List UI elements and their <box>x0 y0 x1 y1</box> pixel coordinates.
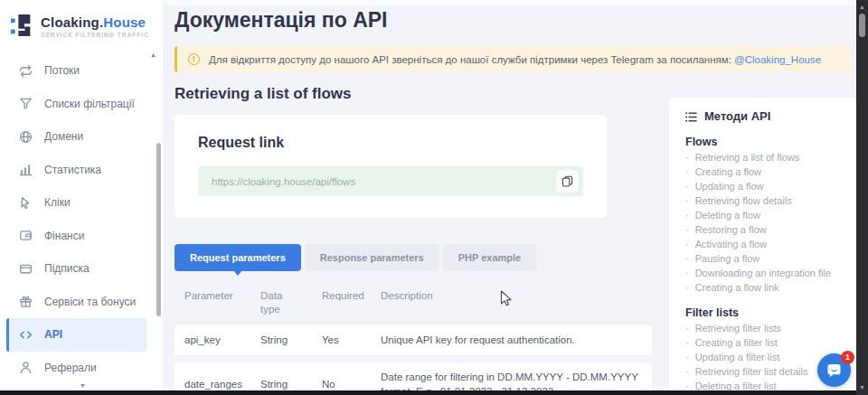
info-icon: ! <box>188 53 200 65</box>
domains-icon <box>19 130 33 144</box>
methods-link[interactable]: ·Activating a flow <box>685 237 847 251</box>
methods-link[interactable]: ·Retrieving a list of flows <box>685 150 847 165</box>
browser-scrollbar[interactable]: ▲ ▼ <box>856 0 868 395</box>
bullet: · <box>685 350 689 364</box>
sidebar-item-services[interactable]: Сервіси та бонуси <box>0 286 163 319</box>
methods-list: Flows·Retrieving a list of flows·Creatin… <box>685 135 847 395</box>
parameters-table: ParameterData typeRequiredDescription ap… <box>175 281 652 395</box>
sidebar-item-flows[interactable]: Потоки <box>0 54 163 88</box>
scrollbar-thumb[interactable] <box>859 14 865 37</box>
flows-icon <box>19 64 33 78</box>
clicks-icon <box>19 196 33 210</box>
brand-logo[interactable]: Cloaking.House SERVICE FILTERING TRAFFIC <box>0 0 163 39</box>
sidebar-item-label: Домени <box>44 130 83 143</box>
copy-url-button[interactable] <box>556 170 579 193</box>
methods-link[interactable]: ·Creating a filter list <box>685 335 847 350</box>
methods-link[interactable]: ·Downloading an integration file <box>685 266 847 280</box>
sidebar-item-filter-lists[interactable]: Списки фільтрації <box>0 88 163 121</box>
bullet: · <box>685 335 689 350</box>
cloaking-house-logo-icon <box>11 12 34 39</box>
main-content: Документація по API ! Для відкриття дост… <box>163 0 856 395</box>
bullet: · <box>685 165 689 179</box>
sidebar-item-label: Кліки <box>44 196 71 209</box>
methods-link[interactable]: ·Restoring a flow <box>685 222 847 237</box>
sidebar-item-label: API <box>44 328 62 341</box>
methods-link[interactable]: ·Updating a flow <box>685 179 847 193</box>
methods-link[interactable]: ·Creating a flow link <box>685 280 847 295</box>
column-header: Description <box>381 289 652 316</box>
table-cell: api_key <box>184 334 260 348</box>
sidebar-item-label: Сервіси та бонуси <box>44 296 136 308</box>
sidebar-item-referrals[interactable]: Реферали <box>0 352 163 385</box>
chat-widget-button[interactable]: 1 <box>817 353 851 387</box>
request-link-title: Request link <box>198 135 583 151</box>
request-link-card: Request link https://cloaking.house/api/… <box>175 115 607 218</box>
sidebar-item-label: Списки фільтрації <box>44 98 135 110</box>
sidebar-scroll-up-icon[interactable]: ▲ <box>150 52 156 58</box>
app-window: Cloaking.House SERVICE FILTERING TRAFFIC… <box>0 0 868 395</box>
bullet: · <box>685 321 689 335</box>
brand-tagline: SERVICE FILTERING TRAFFIC <box>41 32 149 38</box>
bullet: · <box>685 280 689 295</box>
chat-notification-badge: 1 <box>841 351 854 364</box>
sidebar-item-domains[interactable]: Домени <box>0 120 163 154</box>
sidebar: Cloaking.House SERVICE FILTERING TRAFFIC… <box>0 0 163 395</box>
column-header: Data type <box>260 289 293 316</box>
api-methods-panel: Методи API Flows·Retrieving a list of fl… <box>669 98 856 395</box>
sidebar-scroll-down-icon[interactable]: ▼ <box>80 382 86 389</box>
sidebar-item-label: Підписка <box>44 262 90 275</box>
notice-text: Для відкриття доступу до нашого API звер… <box>209 54 821 65</box>
request-url: https://cloaking.house/api/flows <box>212 176 556 187</box>
bullet: · <box>685 222 689 237</box>
methods-link[interactable]: ·Pausing a flow <box>685 251 847 266</box>
bullet: · <box>685 150 689 165</box>
methods-link[interactable]: ·Creating a flow <box>685 165 847 179</box>
scrollbar-up-icon[interactable]: ▲ <box>856 4 868 10</box>
table-row: api_keyStringYesUnique API key for reque… <box>175 325 652 356</box>
methods-link[interactable]: ·Deleting a flow <box>685 208 847 222</box>
bullet: · <box>685 266 689 280</box>
notice-banner: ! Для відкриття доступу до нашого API зв… <box>175 46 851 72</box>
methods-panel-title: Методи API <box>685 109 847 124</box>
bullet: · <box>685 208 689 222</box>
telegram-link[interactable]: @Cloaking_House <box>734 54 821 65</box>
page-title: Документація по API <box>163 0 856 33</box>
sidebar-item-label: Потоки <box>44 64 80 77</box>
chat-bubble-icon <box>825 361 844 380</box>
table-cell: Unique API key for request authenticatio… <box>381 334 641 348</box>
sidebar-item-subscription[interactable]: Підписка <box>0 252 163 286</box>
sidebar-item-label: Фінанси <box>44 230 84 242</box>
bullet: · <box>685 237 689 251</box>
table-body: api_keyStringYesUnique API key for reque… <box>175 325 652 395</box>
brand-name: Cloaking.House <box>41 14 149 30</box>
sidebar-item-label: Реферали <box>44 362 97 374</box>
sidebar-nav: ПотокиСписки фільтраціїДомениСтатистикаК… <box>0 54 163 384</box>
methods-link[interactable]: ·Retrieving flow details <box>685 193 847 208</box>
finance-icon <box>19 229 33 242</box>
sidebar-scrollbar-thumb[interactable] <box>156 143 161 316</box>
scrollbar-down-icon[interactable]: ▼ <box>856 384 868 390</box>
column-header: Required <box>322 289 381 316</box>
copy-icon <box>561 175 573 187</box>
services-icon <box>19 295 33 308</box>
referrals-icon <box>19 361 33 374</box>
sidebar-item-statistics[interactable]: Статистика <box>0 154 163 187</box>
sidebar-item-label: Статистика <box>44 164 101 176</box>
bullet: · <box>685 364 689 379</box>
tab-0[interactable]: Request parameters <box>175 244 301 271</box>
methods-section-heading: Filter lists <box>685 306 847 321</box>
bullet: · <box>685 251 689 266</box>
filter-icon <box>19 97 33 110</box>
tab-1[interactable]: Response parameters <box>305 244 439 271</box>
tab-2[interactable]: PHP example <box>443 244 537 271</box>
sidebar-item-clicks[interactable]: Кліки <box>0 186 163 220</box>
column-header: Parameter <box>184 289 260 316</box>
sidebar-item-finance[interactable]: Фінанси <box>0 220 163 253</box>
table-cell: Yes <box>322 334 381 348</box>
subscription-icon <box>19 262 33 276</box>
request-url-box: https://cloaking.house/api/flows <box>198 166 583 196</box>
sidebar-item-api[interactable]: API <box>6 318 146 352</box>
stats-icon <box>19 163 33 176</box>
bullet: · <box>685 179 689 193</box>
methods-link[interactable]: ·Retrieving filter lists <box>685 321 847 335</box>
